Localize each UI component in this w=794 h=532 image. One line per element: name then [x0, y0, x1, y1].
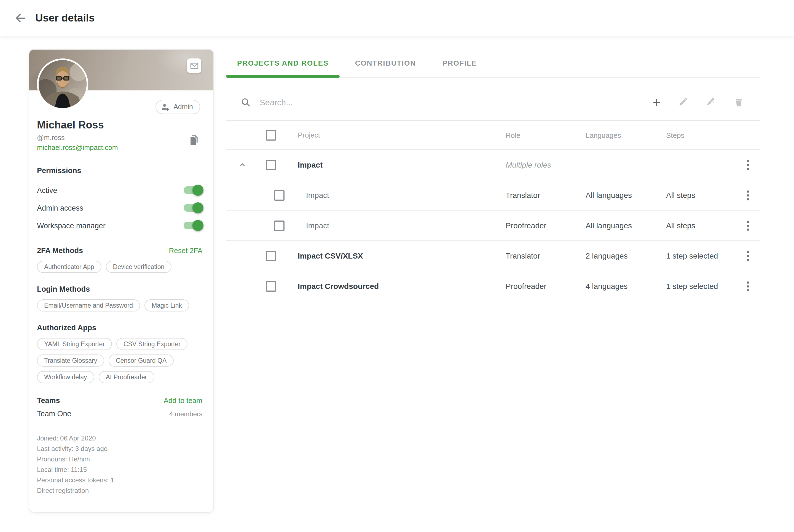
- team-name: Team One: [37, 410, 71, 418]
- select-all-checkbox[interactable]: [266, 130, 276, 140]
- project-name: Impact: [298, 160, 323, 169]
- authorized-app-chip: YAML String Exporter: [37, 338, 112, 350]
- steps-cell: 1 step selected: [666, 282, 736, 290]
- reset-2fa-link[interactable]: Reset 2FA: [169, 246, 202, 255]
- kebab-menu-icon: [746, 190, 749, 201]
- row-menu-button[interactable]: [744, 188, 751, 203]
- row-checkbox[interactable]: [274, 190, 284, 201]
- user-handle: @m.ross: [37, 134, 64, 142]
- column-languages: Languages: [586, 131, 666, 139]
- permission-label: Admin access: [37, 204, 83, 212]
- meta-joined: Joined: 06 Apr 2020: [37, 433, 202, 444]
- twofa-chip: Device verification: [106, 261, 172, 273]
- arrow-back-icon: [13, 11, 27, 25]
- avatar: [37, 58, 88, 110]
- permission-label: Active: [37, 186, 57, 194]
- table-row-impact-group[interactable]: Impact Multiple roles: [226, 150, 760, 180]
- role-cell: Translator: [506, 251, 586, 260]
- table-toolbar: [226, 78, 760, 121]
- authorized-apps-title: Authorized Apps: [37, 324, 202, 332]
- row-menu-button[interactable]: [744, 157, 751, 172]
- user-email-link[interactable]: michael.ross@impact.com: [37, 144, 118, 152]
- permission-row: Admin access: [37, 199, 202, 217]
- row-menu-button[interactable]: [744, 248, 751, 263]
- copy-icon: [188, 134, 201, 146]
- project-name: Impact: [306, 221, 329, 230]
- table-row-impact-crowdsourced[interactable]: Impact Crowdsourced Proofreader 4 langua…: [226, 271, 760, 301]
- plus-icon: [651, 96, 663, 108]
- admin-user-icon: [161, 103, 170, 111]
- login-method-chip: Magic Link: [145, 299, 189, 311]
- authorized-app-chip: Censor Guard QA: [109, 355, 174, 367]
- row-menu-button[interactable]: [744, 279, 751, 293]
- languages-cell: All languages: [586, 191, 666, 200]
- column-project: Project: [298, 131, 320, 139]
- broom-icon: [706, 96, 718, 108]
- main-panel: PROJECTS AND ROLES CONTRIBUTION PROFILE: [226, 49, 760, 301]
- project-name: Impact: [306, 191, 329, 200]
- kebab-menu-icon: [746, 281, 749, 291]
- twofa-title: 2FA Methods: [37, 246, 83, 255]
- delete-button[interactable]: [733, 96, 745, 108]
- authorized-app-chip: AI Proofreader: [99, 371, 154, 383]
- user-meta: Joined: 06 Apr 2020 Last activity: 3 day…: [37, 433, 202, 496]
- mail-icon: [189, 61, 199, 70]
- table-row-impact-proofreader[interactable]: Impact Proofreader All languages All ste…: [226, 211, 760, 241]
- role-cell: Translator: [506, 191, 586, 200]
- steps-cell: All steps: [666, 191, 736, 200]
- row-menu-button[interactable]: [744, 218, 751, 233]
- search-input[interactable]: [259, 97, 651, 108]
- permission-row: Workspace manager: [37, 217, 202, 234]
- meta-local-time: Local time: 11:15: [37, 465, 202, 475]
- kebab-menu-icon: [746, 251, 749, 261]
- send-email-button[interactable]: [187, 58, 201, 73]
- table-row-impact-csv-xlsx[interactable]: Impact CSV/XLSX Translator 2 languages 1…: [226, 241, 760, 271]
- collapse-row-button[interactable]: [238, 161, 246, 169]
- tab-projects-and-roles[interactable]: PROJECTS AND ROLES: [226, 49, 340, 77]
- team-row: Team One 4 members: [37, 410, 202, 418]
- kebab-menu-icon: [746, 159, 749, 170]
- teams-title: Teams: [37, 396, 60, 405]
- permission-row: Active: [37, 182, 202, 199]
- table-row-impact-translator[interactable]: Impact Translator All languages All step…: [226, 180, 760, 211]
- languages-cell: 4 languages: [586, 282, 666, 290]
- tab-profile[interactable]: PROFILE: [432, 49, 488, 77]
- trash-icon: [733, 97, 745, 108]
- row-checkbox[interactable]: [266, 251, 276, 261]
- clean-button[interactable]: [706, 96, 718, 108]
- row-checkbox[interactable]: [274, 221, 284, 231]
- twofa-chip: Authenticator App: [37, 261, 101, 273]
- pencil-icon: [678, 96, 690, 108]
- languages-cell: All languages: [586, 221, 666, 230]
- languages-cell: 2 languages: [586, 251, 666, 260]
- copy-email-button[interactable]: [188, 133, 201, 147]
- steps-cell: All steps: [666, 221, 736, 230]
- column-steps: Steps: [666, 131, 736, 139]
- team-members-count: 4 members: [169, 410, 202, 418]
- add-to-team-link[interactable]: Add to team: [164, 396, 202, 405]
- column-role: Role: [506, 131, 586, 139]
- active-toggle[interactable]: [184, 185, 202, 196]
- meta-pronouns: Pronouns: He/him: [37, 454, 202, 465]
- edit-button[interactable]: [678, 96, 690, 108]
- meta-access-tokens: Personal access tokens: 1: [37, 475, 202, 486]
- role-badge-label: Admin: [173, 103, 193, 111]
- tab-contribution[interactable]: CONTRIBUTION: [344, 49, 427, 77]
- permissions-title: Permissions: [37, 167, 202, 175]
- back-button[interactable]: [13, 11, 27, 25]
- add-button[interactable]: [651, 96, 663, 108]
- row-checkbox[interactable]: [266, 160, 276, 170]
- chevron-up-icon: [238, 161, 246, 169]
- row-checkbox[interactable]: [266, 281, 276, 292]
- permission-label: Workspace manager: [37, 221, 106, 230]
- authorized-app-chip: Translate Glossary: [37, 355, 104, 367]
- project-name: Impact CSV/XLSX: [298, 251, 363, 260]
- search-icon: [240, 97, 251, 108]
- meta-last-activity: Last activity: 3 days ago: [37, 444, 202, 454]
- steps-cell: 1 step selected: [666, 251, 736, 260]
- user-name: Michael Ross: [37, 119, 104, 131]
- login-methods-title: Login Methods: [37, 285, 202, 293]
- workspace-manager-toggle[interactable]: [184, 220, 202, 231]
- project-name: Impact Crowdsourced: [298, 282, 379, 290]
- admin-access-toggle[interactable]: [184, 202, 202, 213]
